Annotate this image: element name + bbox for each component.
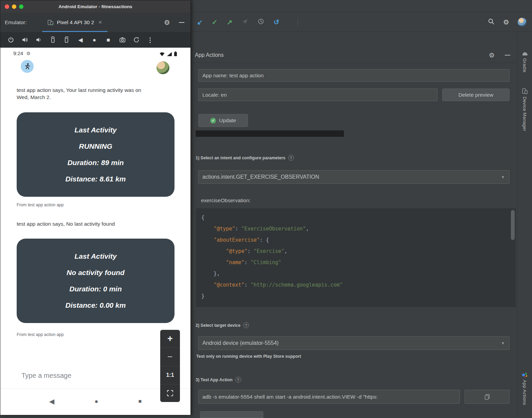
wifi-icon (160, 52, 165, 56)
nav-back-button[interactable]: ◀ (49, 397, 54, 405)
settings-gear-icon[interactable]: ⚙ (503, 18, 509, 26)
fit-screen-icon (167, 390, 173, 397)
help-icon[interactable]: ? (243, 322, 249, 328)
close-window-button[interactable] (5, 4, 9, 9)
device-dropdown[interactable]: Android device (emulator-5554) ▼ (198, 336, 510, 350)
tool-tab-app-actions[interactable]: App Actions (522, 372, 528, 405)
nav-overview-button[interactable]: ■ (138, 398, 142, 404)
signal-icon (167, 52, 172, 56)
json-code-lines: { "@type": "ExerciseObservation", "about… (201, 212, 508, 302)
emulator-label: Emulator: (5, 19, 27, 25)
code-scrollbar[interactable] (511, 210, 515, 240)
chevron-down-icon: ▼ (501, 341, 505, 345)
active-tab-underline (42, 31, 107, 32)
delete-preview-button[interactable]: Delete preview (442, 89, 510, 101)
card-activity: RUNNING (79, 142, 112, 150)
app-name-field[interactable]: App name: test app action (198, 69, 510, 82)
overview-button[interactable]: ■ (101, 37, 115, 43)
volume-up-button[interactable] (18, 36, 32, 43)
assistant-runner-avatar (21, 60, 34, 73)
back-button[interactable]: ◀ (73, 37, 87, 43)
nav-home-button[interactable]: ● (95, 398, 98, 405)
fit-to-screen-button[interactable] (160, 384, 180, 402)
panel-gear-icon[interactable]: ⚙ (489, 51, 495, 59)
zoom-reset-button[interactable]: 1:1 (160, 366, 180, 384)
emulator-settings-gear-icon[interactable]: ⚙ (164, 18, 170, 27)
intent-dropdown-value: actions.intent.GET_EXERCISE_OBSERVATION (202, 174, 319, 180)
tool-tab-gradle-label: Gradle (522, 58, 527, 73)
app-actions-icon (522, 372, 528, 377)
parameter-label: exerciseObservation: (201, 197, 251, 204)
user-photo-avatar (156, 61, 169, 74)
emulator-controls-bar: ◀ ● ■ ⋮ (0, 32, 190, 48)
minimize-window-button[interactable] (12, 4, 16, 9)
send-plane-icon[interactable] (242, 18, 248, 26)
tool-window-stripe: Gradle Device Manager App Actions (517, 32, 532, 418)
update-button-label: Update (219, 117, 236, 124)
json-parameter-editor[interactable]: { "@type": "ExerciseObservation", "about… (196, 208, 516, 307)
card-title: Last Activity (74, 252, 117, 260)
panel-minimize-icon[interactable]: — (505, 52, 510, 58)
battery-icon (174, 51, 177, 56)
macos-titlebar: Android Emulator - fitnessactions (0, 0, 190, 13)
intent-dropdown[interactable]: actions.intent.GET_EXERCISE_OBSERVATION … (198, 170, 510, 184)
rotate-right-button[interactable] (60, 36, 73, 43)
partially-visible-button[interactable] (200, 411, 263, 418)
power-button[interactable] (4, 36, 18, 43)
message-input[interactable]: Type a message (21, 372, 71, 380)
volume-down-button[interactable] (32, 36, 46, 43)
camera-screenshot-button[interactable] (115, 36, 129, 43)
history-clock-icon[interactable] (257, 18, 264, 26)
update-button[interactable]: ✓ Update (198, 114, 248, 127)
emulator-tab-bar: Emulator: Pixel 4 API 30 2 × ⚙ — (0, 13, 190, 32)
ide-top-strip (191, 0, 532, 12)
card-duration: Duration: 89 min (67, 159, 124, 167)
rotate-left-button[interactable] (46, 36, 60, 43)
profile-avatar[interactable] (518, 18, 527, 27)
android-studio-panel: ↙ ✓ ↗ ↺ ⚙ App Actions (191, 0, 532, 418)
status-bar-left: 9:24 ⚙ (13, 50, 31, 56)
phone-screen: 9:24 ⚙ test app action says, Your last r… (0, 48, 190, 415)
step-into-icon[interactable]: ↙ (197, 19, 203, 26)
close-tab-icon[interactable]: × (99, 19, 102, 26)
home-button[interactable]: ● (87, 37, 101, 43)
copy-command-button[interactable] (465, 390, 510, 404)
card-attribution: From test app action app (17, 332, 64, 337)
device-tab[interactable]: Pixel 4 API 30 2 × (42, 13, 107, 32)
status-bar-right (160, 51, 177, 56)
undo-icon[interactable]: ↺ (273, 19, 279, 26)
assistant-message: test app action says, No last activity f… (17, 220, 115, 227)
card-title: Last Activity (74, 126, 117, 134)
section-one-label: 1) Select an intent and configure parame… (196, 156, 285, 160)
emulator-minimize-icon[interactable]: — (179, 19, 184, 26)
toolbar-separator (298, 18, 298, 27)
commit-check-icon[interactable]: ✓ (212, 19, 218, 26)
search-icon[interactable] (488, 18, 495, 26)
push-arrow-icon[interactable]: ↗ (227, 19, 233, 26)
card-distance: Distance: 0.00 km (65, 301, 126, 309)
chevron-down-icon: ▼ (501, 175, 505, 179)
more-options-kebab-icon[interactable]: ⋮ (143, 36, 157, 44)
locale-field[interactable]: Locale: en (198, 89, 437, 101)
section-target-device: 2) Select target device ? (196, 322, 249, 328)
gradle-icon (521, 51, 528, 56)
copy-icon (484, 393, 491, 400)
tool-tab-gradle[interactable]: Gradle (521, 51, 528, 73)
assistant-message: test app action says, Your last running … (17, 86, 143, 101)
snapshots-button[interactable] (129, 36, 143, 43)
runner-icon (23, 63, 31, 70)
zoom-control-panel: + − 1:1 (160, 330, 180, 402)
help-icon[interactable]: ? (288, 155, 294, 161)
adb-command-field[interactable]: adb -s emulator-5554 shell am start -a a… (198, 390, 460, 404)
card-duration: Duration: 0 min (69, 285, 122, 293)
tool-tab-device-manager[interactable]: Device Manager (522, 88, 528, 131)
window-title: Android Emulator - fitnessactions (0, 4, 190, 9)
status-gear-icon: ⚙ (26, 51, 31, 56)
zoom-window-button[interactable] (19, 4, 23, 9)
device-dropdown-value: Android device (emulator-5554) (202, 340, 279, 346)
help-icon[interactable]: ? (235, 377, 241, 383)
zoom-in-button[interactable]: + (160, 330, 180, 348)
section-test-action: 3) Test App Action ? (196, 377, 241, 383)
zoom-out-button[interactable]: − (160, 348, 180, 366)
tool-tab-device-manager-label: Device Manager (522, 97, 527, 131)
